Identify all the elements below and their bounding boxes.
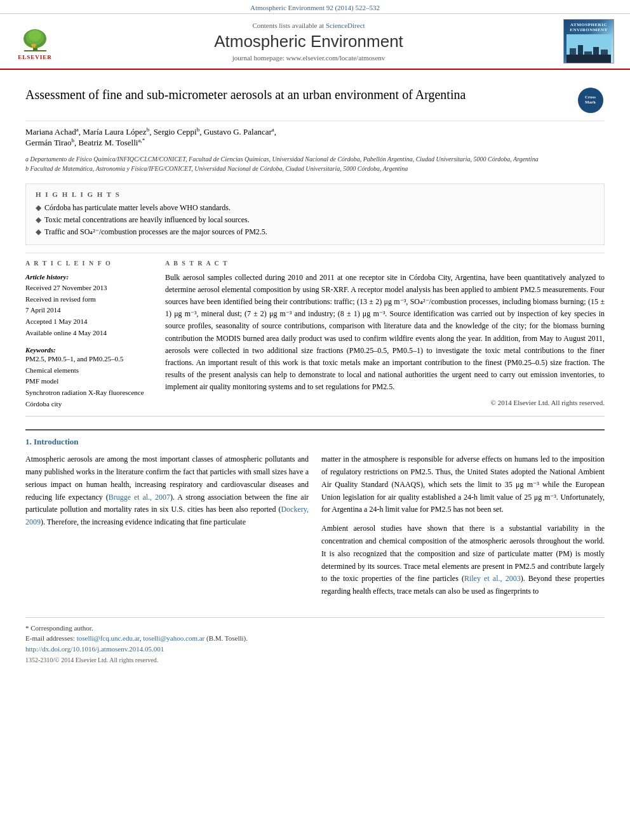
sup-a3: a,*: [138, 137, 145, 143]
email-line: E-mail addresses: toselli@fcq.unc.edu.ar…: [25, 633, 605, 644]
elsevier-logo: ELSEVIER: [13, 22, 57, 60]
available-date: Available online 4 May 2014: [25, 328, 152, 339]
sup-a1: a: [76, 126, 79, 133]
intro-right-col: matter in the atmosphere is responsible …: [321, 453, 605, 604]
email1-link[interactable]: toselli@fcq.unc.edu.ar: [77, 634, 140, 642]
intro-title: 1. Introduction: [25, 437, 605, 447]
accepted-date: Accepted 1 May 2014: [25, 316, 152, 328]
article-title: Assessment of fine and sub-micrometer ae…: [25, 86, 570, 103]
contents-text: Contents lists available at: [252, 22, 324, 29]
journal-homepage: journal homepage: www.elsevier.com/locat…: [64, 54, 554, 62]
author-mariana: Mariana Achad: [25, 127, 76, 137]
sup-a2: a: [272, 126, 274, 133]
intro-para3: Ambient aerosol studies have shown that …: [321, 523, 605, 598]
main-content: Assessment of fine and sub-micrometer ae…: [0, 70, 630, 676]
author-german: Germán Tirao: [25, 138, 72, 148]
keyword-2: Chemical elements: [25, 365, 152, 377]
svg-point-6: [31, 44, 36, 46]
affiliation-a: a Departamento de Físico Química/INFIQC/…: [25, 154, 605, 164]
history-label: Article history:: [25, 272, 152, 283]
doi-link[interactable]: http://dx.doi.org/10.1016/j.atmosenv.201…: [25, 645, 164, 653]
author-gustavo: Gustavo G. Palancar: [204, 127, 272, 137]
highlight-item-1: ◆ Córdoba has particulate matter levels …: [36, 202, 594, 214]
keyword-1: PM2.5, PM0.5–1, and PM0.25–0.5: [25, 354, 152, 365]
elsevier-tree-icon: [18, 26, 53, 53]
footer-issn: 1352-2310/© 2014 Elsevier Ltd. All right…: [25, 657, 605, 663]
elsevier-text: ELSEVIER: [18, 54, 52, 60]
received-date: Received 27 November 2013: [25, 283, 152, 294]
keyword-4: Synchrotron radiation X-Ray fluorescence: [25, 387, 152, 399]
svg-rect-1: [24, 50, 46, 51]
bullet-icon-3: ◆: [36, 227, 41, 237]
cover-cityscape-icon: [566, 34, 611, 63]
svg-rect-13: [566, 55, 611, 63]
riley-link[interactable]: Riley et al., 2003: [464, 574, 521, 583]
authors-section: Mariana Achada, María Laura Lópezb, Serg…: [25, 121, 605, 152]
keyword-3: PMF model: [25, 376, 152, 387]
received-revised-label: Received in revised form: [25, 294, 152, 305]
journal-cover: ATMOSPHERICENVIRONMENT: [563, 19, 614, 63]
doi-line: http://dx.doi.org/10.1016/j.atmosenv.201…: [25, 644, 605, 654]
journal-header-center: Contents lists available at ScienceDirec…: [64, 19, 554, 63]
article-title-section: Assessment of fine and sub-micrometer ae…: [25, 76, 605, 121]
bullet-icon-1: ◆: [36, 203, 41, 213]
authors-line1: Mariana Achada, María Laura Lópezb, Serg…: [25, 126, 605, 137]
highlights-section: H I G H L I G H T S ◆ Córdoba has partic…: [25, 183, 605, 245]
keywords-label: Keywords:: [25, 346, 152, 354]
article-history: Article history: Received 27 November 20…: [25, 272, 152, 339]
article-info-col: A R T I C L E I N F O Article history: R…: [25, 260, 152, 410]
abstract-copyright: © 2014 Elsevier Ltd. All rights reserved…: [165, 399, 605, 406]
cover-title: ATMOSPHERICENVIRONMENT: [570, 22, 608, 33]
svg-point-4: [29, 30, 41, 41]
section-divider: [25, 416, 605, 417]
intro-para2: matter in the atmosphere is responsible …: [321, 453, 605, 516]
sup-b3: b: [72, 137, 75, 143]
highlight-text-1: Córdoba has particulate matter levels ab…: [44, 203, 231, 213]
highlights-title: H I G H L I G H T S: [36, 190, 594, 198]
introduction-section: 1. Introduction Atmospheric aerosols are…: [25, 429, 605, 604]
intro-body-columns: Atmospheric aerosols are among the most …: [25, 453, 605, 604]
intro-left-col: Atmospheric aerosols are among the most …: [25, 453, 309, 604]
highlight-item-2: ◆ Toxic metal concentrations are heavily…: [36, 214, 594, 226]
revised-date: 7 April 2014: [25, 305, 152, 316]
article-info-abstract: A R T I C L E I N F O Article history: R…: [25, 253, 605, 410]
highlight-item-3: ◆ Traffic and SO₄²⁻/combustion processes…: [36, 226, 594, 238]
highlight-text-3: Traffic and SO₄²⁻/combustion processes a…: [44, 227, 267, 237]
author-sergio: Sergio Ceppi: [154, 127, 197, 137]
email2-link[interactable]: toselli@yahoo.com.ar: [143, 634, 204, 642]
abstract-col: A B S T R A C T Bulk aerosol samples col…: [165, 260, 605, 410]
elsevier-logo-area: ELSEVIER: [13, 19, 57, 63]
keywords-section: Keywords: PM2.5, PM0.5–1, and PM0.25–0.5…: [25, 346, 152, 410]
affiliations: a Departamento de Físico Química/INFIQC/…: [25, 152, 605, 176]
bullet-icon-2: ◆: [36, 215, 41, 225]
brugge-link[interactable]: Brugge et al., 2007: [109, 493, 170, 502]
abstract-text: Bulk aerosol samples collected during 20…: [165, 272, 605, 394]
highlight-text-2: Toxic metal concentrations are heavily i…: [44, 215, 250, 225]
journal-header: ELSEVIER Contents lists available at Sci…: [0, 14, 630, 70]
authors-line2: Germán Tiraob, Beatriz M. Tosellia,*: [25, 137, 605, 148]
crossmark-badge[interactable]: CrossMark: [576, 86, 605, 114]
sciencedirect-line: Contents lists available at ScienceDirec…: [64, 22, 554, 29]
email-label: E-mail addresses:: [25, 634, 75, 642]
journal-bar: Atmospheric Environment 92 (2014) 522–53…: [0, 0, 630, 14]
dockery-link[interactable]: Dockery, 2009: [25, 505, 309, 526]
intro-para1: Atmospheric aerosols are among the most …: [25, 453, 309, 529]
article-footer: * Corresponding author. E-mail addresses…: [25, 617, 605, 663]
email-suffix: (B.M. Toselli).: [206, 634, 248, 642]
corresponding-text: * Corresponding author.: [25, 624, 93, 632]
journal-title: Atmospheric Environment: [64, 32, 554, 51]
article-info-header: A R T I C L E I N F O: [25, 260, 152, 267]
corresponding-note: * Corresponding author.: [25, 623, 605, 634]
journal-citation: Atmospheric Environment 92 (2014) 522–53…: [250, 4, 380, 11]
cover-image: [566, 34, 611, 63]
journal-cover-area: ATMOSPHERICENVIRONMENT: [560, 19, 617, 63]
sup-b1: b: [147, 126, 150, 133]
sup-b2: b: [197, 126, 200, 133]
sciencedirect-link[interactable]: ScienceDirect: [326, 22, 365, 29]
author-maria: María Laura López: [83, 127, 146, 137]
crossmark-icon: CrossMark: [578, 88, 603, 113]
keyword-5: Córdoba city: [25, 399, 152, 410]
abstract-header: A B S T R A C T: [165, 260, 605, 267]
affiliation-b: b Facultad de Matemática, Astronomía y F…: [25, 164, 605, 173]
author-beatriz: Beatriz M. Toselli: [79, 138, 138, 148]
